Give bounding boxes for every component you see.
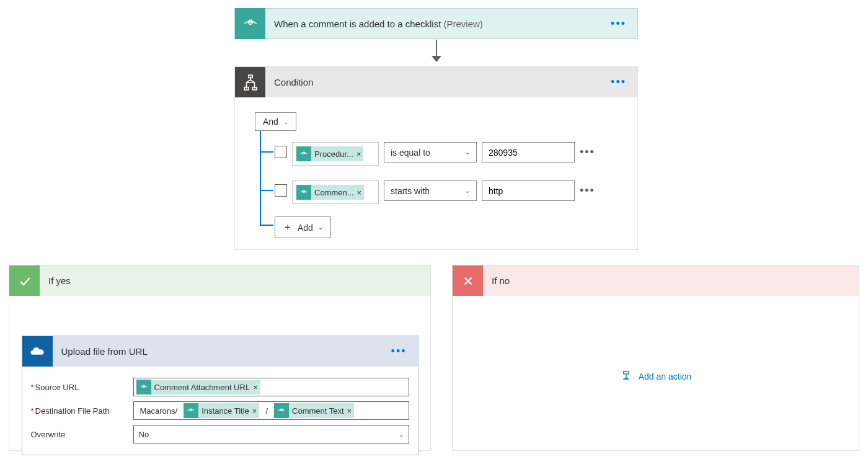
token-connector-icon <box>184 403 198 418</box>
remove-token-icon[interactable]: × <box>357 188 362 197</box>
operator-dropdown[interactable]: is equal to⌄ <box>384 142 477 163</box>
row-more-menu[interactable]: ••• <box>580 146 595 159</box>
overwrite-dropdown[interactable]: No ⌄ <box>133 425 409 443</box>
trigger-card[interactable]: When a comment is added to a checklist (… <box>234 8 638 39</box>
dynamic-token[interactable]: Comment Text × <box>274 403 354 418</box>
dynamic-token[interactable]: Comment Attachment URL × <box>136 380 260 394</box>
trigger-more-menu[interactable]: ••• <box>611 17 626 30</box>
chevron-down-icon: ⌄ <box>465 187 470 194</box>
token-connector-icon <box>274 403 289 418</box>
if-no-label: If no <box>492 275 510 286</box>
trigger-title: When a comment is added to a checklist (… <box>274 19 483 29</box>
plus-icon: ＋ <box>283 221 293 234</box>
token-connector-icon <box>296 185 311 200</box>
onedrive-icon <box>22 336 53 367</box>
condition-more-menu[interactable]: ••• <box>611 76 626 89</box>
remove-token-icon[interactable]: × <box>356 149 361 159</box>
action-header[interactable]: Upload file from URL ••• <box>22 336 418 367</box>
add-action-button[interactable]: Add an action <box>453 370 859 383</box>
remove-token-icon[interactable]: × <box>253 383 258 392</box>
condition-card: Condition ••• And⌄ <box>234 66 638 250</box>
if-yes-header: If yes <box>9 265 430 296</box>
if-yes-branch: If yes Upload file from URL ••• *Source … <box>9 265 431 451</box>
preview-badge: (Preview) <box>443 19 482 29</box>
svg-rect-9 <box>624 372 629 374</box>
token-connector-icon <box>296 146 311 161</box>
source-url-field[interactable]: Comment Attachment URL × <box>133 378 409 396</box>
dynamic-token[interactable]: Commen... × <box>296 185 364 200</box>
condition-icon <box>235 67 265 97</box>
condition-group-operator[interactable]: And⌄ <box>255 112 296 131</box>
chevron-down-icon: ⌄ <box>318 224 323 231</box>
if-no-branch: If no Add an action <box>452 265 859 451</box>
chevron-down-icon: ⌄ <box>283 118 288 125</box>
field-label-overwrite: Overwrite <box>31 430 133 439</box>
operand-left-field[interactable]: Procedur... × <box>292 142 379 166</box>
dynamic-token[interactable]: Instance Title × <box>184 403 259 418</box>
operand-right-input[interactable] <box>482 180 575 201</box>
condition-header[interactable]: Condition ••• <box>235 67 637 97</box>
row-more-menu[interactable]: ••• <box>580 184 595 197</box>
condition-row: Commen... × starts with⌄ ••• <box>255 180 618 204</box>
chevron-down-icon: ⌄ <box>465 149 470 156</box>
if-yes-label: If yes <box>48 275 71 286</box>
action-more-menu[interactable]: ••• <box>391 345 407 358</box>
if-no-header: If no <box>453 265 859 296</box>
operand-right-input[interactable] <box>482 142 575 163</box>
dest-path-field[interactable]: Macarons/ Instance Title × / <box>133 401 409 420</box>
close-icon <box>453 265 483 296</box>
action-card: Upload file from URL ••• *Source URL Com… <box>22 336 418 455</box>
remove-token-icon[interactable]: × <box>347 406 352 416</box>
chevron-down-icon: ⌄ <box>399 431 404 438</box>
field-label-dest-path: *Destination File Path <box>31 406 133 416</box>
operand-left-field[interactable]: Commen... × <box>292 180 379 204</box>
condition-title: Condition <box>274 77 313 87</box>
operator-dropdown[interactable]: starts with⌄ <box>384 180 477 201</box>
row-checkbox[interactable] <box>275 184 287 197</box>
add-condition-button[interactable]: ＋ Add ⌄ <box>275 216 331 238</box>
token-connector-icon <box>136 380 151 394</box>
action-title: Upload file from URL <box>61 346 148 357</box>
row-checkbox[interactable] <box>275 146 287 158</box>
dynamic-token[interactable]: Procedur... × <box>296 146 363 161</box>
arrow-connector <box>432 40 441 63</box>
trigger-connector-icon <box>235 8 265 39</box>
field-label-source-url: *Source URL <box>31 383 133 392</box>
add-action-icon <box>620 370 632 383</box>
check-icon <box>9 265 40 296</box>
remove-token-icon[interactable]: × <box>252 406 257 416</box>
condition-row: Procedur... × is equal to⌄ ••• <box>255 142 618 166</box>
